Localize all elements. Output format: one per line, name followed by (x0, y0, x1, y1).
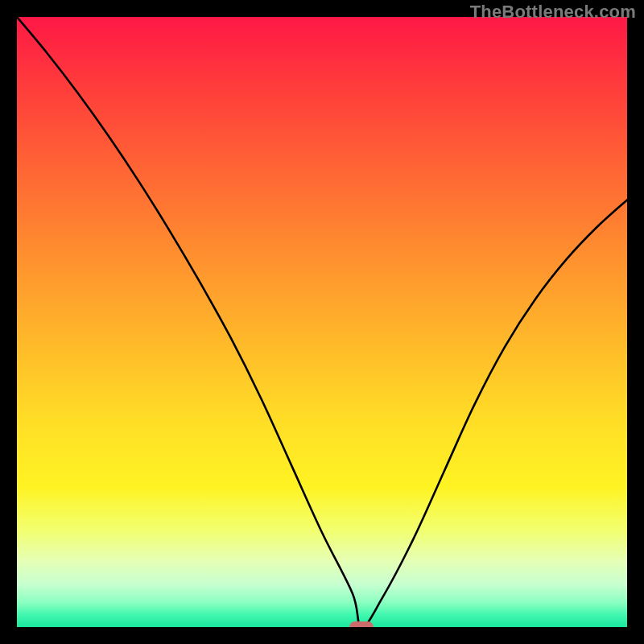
minimum-marker (349, 621, 374, 627)
plot-area (17, 17, 627, 627)
bottleneck-curve (17, 17, 627, 627)
chart-frame: TheBottleneck.com (0, 0, 644, 644)
watermark-text: TheBottleneck.com (470, 2, 636, 23)
